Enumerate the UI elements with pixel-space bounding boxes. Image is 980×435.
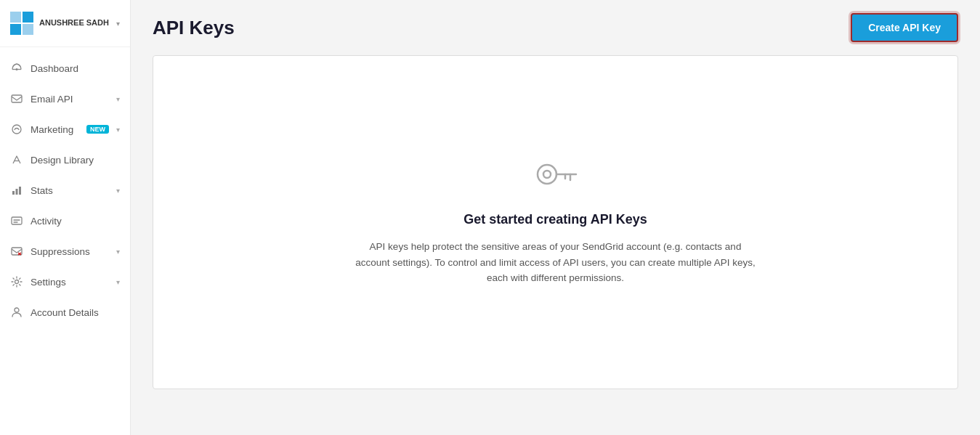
suppressions-label: Suppressions: [31, 246, 109, 257]
content-card: Get started creating API Keys API keys h…: [153, 55, 958, 389]
activity-label: Activity: [31, 216, 120, 227]
svg-point-15: [543, 171, 551, 178]
stats-chevron-icon: ▾: [116, 187, 120, 195]
svg-rect-0: [10, 12, 21, 23]
email-api-chevron-icon: ▾: [116, 95, 120, 103]
svg-rect-2: [10, 24, 21, 35]
activity-icon: [10, 214, 23, 227]
marketing-chevron-icon: ▾: [116, 126, 120, 134]
svg-point-4: [16, 68, 18, 70]
user-chevron-icon: ▾: [116, 20, 120, 28]
stats-icon: [10, 184, 23, 197]
svg-point-14: [538, 165, 556, 184]
marketing-label: Marketing: [31, 124, 79, 135]
sidebar-item-email-api[interactable]: Email API ▾: [0, 84, 130, 114]
sidebar-item-design-library[interactable]: Design Library: [0, 145, 130, 175]
empty-state-description: API keys help protect the sensitive area…: [352, 239, 759, 286]
main-content: API Keys Create API Key Get started crea…: [131, 0, 980, 435]
dashboard-label: Dashboard: [31, 63, 120, 74]
sidebar-item-dashboard[interactable]: Dashboard: [0, 53, 130, 84]
user-name: ANUSHREE SADH: [39, 18, 109, 28]
sidebar-item-marketing[interactable]: Marketing NEW ▾: [0, 114, 130, 145]
stats-label: Stats: [31, 185, 109, 196]
design-library-icon: [10, 153, 23, 166]
svg-rect-8: [16, 189, 18, 195]
settings-chevron-icon: ▾: [116, 278, 120, 286]
settings-label: Settings: [31, 277, 109, 288]
marketing-icon: [10, 123, 23, 136]
svg-point-12: [15, 280, 19, 284]
create-api-key-button[interactable]: Create API Key: [851, 13, 958, 42]
design-library-label: Design Library: [31, 155, 120, 166]
empty-state-title: Get started creating API Keys: [463, 212, 647, 227]
svg-rect-10: [12, 217, 22, 224]
email-api-label: Email API: [31, 94, 109, 105]
sendgrid-logo-icon: [10, 12, 33, 35]
sidebar-item-account-details[interactable]: Account Details: [0, 297, 130, 328]
sidebar-navigation: Dashboard Email API ▾ Marketing NEW: [0, 47, 130, 435]
svg-point-6: [12, 125, 21, 134]
dashboard-icon: [10, 62, 23, 75]
user-menu[interactable]: ANUSHREE SADH ▾: [0, 0, 130, 47]
sidebar-item-activity[interactable]: Activity: [0, 206, 130, 236]
key-icon: [534, 158, 578, 200]
svg-rect-3: [23, 24, 33, 35]
svg-point-13: [15, 308, 19, 312]
empty-state: Get started creating API Keys API keys h…: [338, 129, 774, 315]
svg-rect-9: [19, 187, 21, 195]
svg-rect-7: [12, 191, 15, 195]
sidebar: ANUSHREE SADH ▾ Dashboard Email: [0, 0, 131, 435]
settings-icon: [10, 275, 23, 288]
sidebar-item-settings[interactable]: Settings ▾: [0, 267, 130, 297]
page-header: API Keys Create API Key: [131, 0, 980, 55]
sidebar-item-suppressions[interactable]: Suppressions ▾: [0, 236, 130, 267]
account-details-icon: [10, 306, 23, 319]
svg-rect-1: [23, 12, 33, 23]
suppressions-icon: [10, 245, 23, 258]
account-details-label: Account Details: [31, 307, 120, 318]
email-api-icon: [10, 92, 23, 105]
marketing-new-badge: NEW: [86, 125, 109, 134]
main-body: Get started creating API Keys API keys h…: [131, 55, 980, 435]
svg-rect-5: [12, 95, 22, 102]
page-title: API Keys: [153, 17, 235, 39]
sidebar-item-stats[interactable]: Stats ▾: [0, 175, 130, 206]
suppressions-chevron-icon: ▾: [116, 248, 120, 256]
